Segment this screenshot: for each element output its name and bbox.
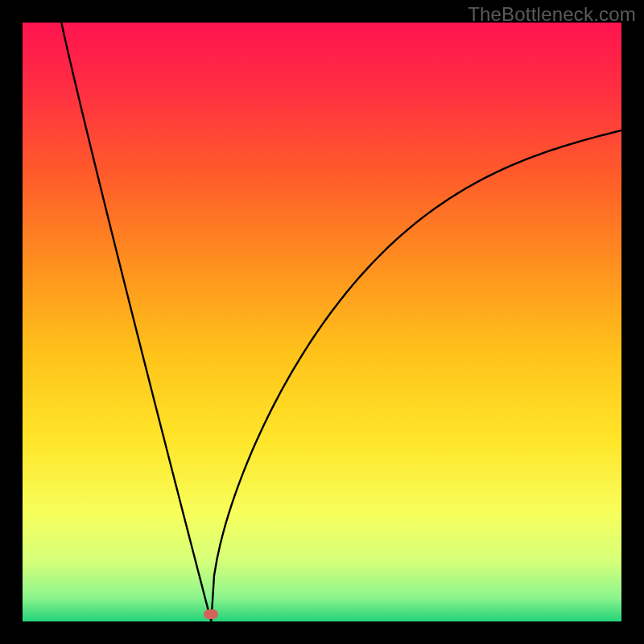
chart-svg — [23, 23, 621, 621]
plot-area — [23, 23, 621, 621]
minimum-marker — [204, 609, 218, 619]
gradient-background — [23, 23, 621, 621]
chart-frame: TheBottleneck.com — [0, 0, 644, 644]
